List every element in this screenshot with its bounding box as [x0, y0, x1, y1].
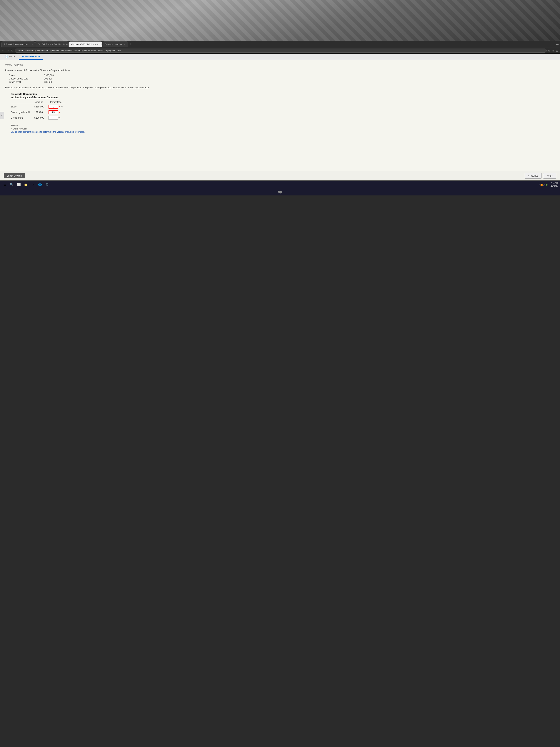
tab-project-label: 2 Project: Company Accou... [4, 43, 30, 45]
tab-cengage-close[interactable]: ✕ [124, 43, 126, 46]
taskbar-clock: 3:10 PM 4/11/2025 [550, 182, 558, 187]
minimize-button[interactable]: — [556, 43, 559, 46]
feedback-section: Feedback ● Check My Work Divide each ele… [11, 124, 555, 133]
check-my-work-button[interactable]: Check My Work [4, 173, 25, 178]
analysis-label-gross: Gross profit [11, 115, 32, 121]
tab-cnow-close[interactable]: ✕ [101, 43, 102, 46]
analysis-row-cogs: Cost of goods sold 101,400 ✕ [11, 109, 65, 115]
cogs-error-icon: ✕ [58, 111, 60, 114]
tab-bar: 2 Project: Company Accou... ✕ DHL 7-1 Pr… [0, 41, 560, 48]
left-nav-arrow[interactable]: < [0, 112, 4, 119]
check-my-work-label: ● Check My Work [11, 128, 555, 130]
next-chevron: › [552, 175, 553, 177]
section-title: Vertical Analysis [5, 63, 555, 66]
feedback-title: Feedback [11, 124, 555, 127]
analysis-pct-sales: ✕ % [46, 104, 65, 110]
browser-frame: 2 Project: Company Accou... ✕ DHL 7-1 Pr… [0, 41, 560, 180]
data-label-cogs: Cost of goods sold [9, 77, 37, 80]
data-value-sales: $338,000 [44, 74, 54, 77]
tab-cnow-label: CengageNOWv2 | Online tea... [71, 43, 99, 45]
analysis-row-sales: Sales $338,000 ✕ % [11, 104, 65, 110]
instruction-text: Prepare a vertical analysis of the incom… [5, 86, 555, 89]
col-percentage: Percentage [46, 100, 65, 104]
previous-chevron: ‹ [528, 175, 529, 177]
taskbar-date-display: 4/11/2025 [550, 185, 558, 187]
wallpaper-background [0, 0, 560, 41]
analysis-section: Einsworth Corporation Vertical Analysis … [11, 93, 555, 121]
previous-button[interactable]: ‹ Previous [525, 173, 542, 179]
col-item [11, 100, 32, 104]
cogs-pct-input[interactable] [49, 110, 58, 114]
tab-project-close[interactable]: ✕ [31, 43, 33, 46]
forward-button[interactable]: → [6, 49, 9, 52]
data-label-gross: Gross profit [9, 81, 37, 83]
feedback-hint: Divide each element by sales to determin… [11, 131, 555, 133]
ebook-tab[interactable]: 📄 eBook [2, 54, 19, 60]
analysis-amount-gross: $236,600 [32, 115, 46, 121]
windows-start-button[interactable]: ⊞ [2, 182, 7, 187]
analysis-pct-gross: % [46, 115, 65, 121]
data-row-gross: Gross profit 236,600 [9, 81, 555, 83]
tab-problem-label: DHL 7-1 Problem Set: Module Se... [37, 43, 69, 45]
reader-mode-icon[interactable]: A [548, 49, 550, 52]
tab-cengage-label: Cengage Learning [105, 43, 122, 45]
mail-icon[interactable]: ✉ [30, 182, 35, 187]
sales-pct-label: % [61, 105, 63, 108]
bottom-bar: Check My Work ‹ Previous Next › [0, 171, 560, 180]
analysis-pct-cogs: ✕ [46, 109, 65, 115]
task-view-button[interactable]: ⬜ [16, 182, 22, 187]
main-content: < Vertical Analysis Income statement inf… [0, 60, 560, 171]
data-row-cogs: Cost of goods sold 101,400 [9, 77, 555, 80]
sales-pct-input[interactable] [49, 105, 58, 108]
tab-bar-actions: — [556, 43, 559, 46]
show-me-how-tab[interactable]: ▶ Show Me How [19, 54, 43, 60]
data-row-sales: Sales $338,000 [9, 74, 555, 77]
analysis-table: Amount Percentage Sales $338,000 ✕ % [11, 100, 65, 121]
taskbar: ⊞ 🔍 ⬜ 📁 ✉ 🌐 🎵 ∧ 📶 🔊 🔋 3:10 PM 4/11/2025 [0, 180, 560, 188]
problem-description: Income statement information for Einswor… [5, 69, 555, 72]
extensions-icon[interactable]: ⊞ [556, 49, 558, 52]
gross-pct-input[interactable] [49, 116, 58, 120]
music-icon[interactable]: 🎵 [45, 182, 50, 187]
show-me-how-icon: ▶ [22, 55, 24, 58]
search-button[interactable]: 🔍 [9, 182, 15, 187]
refresh-button[interactable]: ↻ [11, 49, 13, 52]
back-button[interactable]: ← [2, 49, 5, 52]
data-value-cogs: 101,400 [44, 77, 52, 80]
data-value-gross: 236,600 [44, 81, 52, 83]
analysis-label-cogs: Cost of goods sold [11, 109, 32, 115]
tab-cengage[interactable]: Cengage Learning ✕ [103, 42, 128, 47]
favorites-icon[interactable]: ☆ [552, 49, 554, 52]
browser-icon[interactable]: 🌐 [37, 182, 43, 187]
analysis-company: Einsworth Corporation [11, 93, 555, 96]
data-label-sales: Sales [9, 74, 37, 77]
content-tabs: 📄 eBook ▶ Show Me How [0, 54, 560, 60]
hp-logo: hp [0, 188, 560, 196]
system-icons: ∧ 📶 🔊 🔋 [538, 184, 548, 186]
analysis-amount-cogs: 101,400 [32, 109, 46, 115]
analysis-row-gross: Gross profit $236,600 % [11, 115, 65, 121]
tab-problem[interactable]: DHL 7-1 Problem Set: Module Se... ✕ [35, 42, 69, 47]
tab-cnow[interactable]: CengageNOWv2 | Online tea... ✕ [69, 42, 102, 47]
taskbar-time-display: 3:10 PM [550, 182, 558, 185]
new-tab-button[interactable]: + [128, 42, 133, 46]
data-table: Sales $338,000 Cost of goods sold 101,40… [9, 74, 555, 83]
file-explorer-icon[interactable]: 📁 [23, 182, 28, 187]
col-amount: Amount [32, 100, 46, 104]
address-input[interactable] [15, 49, 547, 53]
nav-buttons: ‹ Previous Next › [525, 173, 556, 179]
analysis-title: Vertical Analysis of the Income Statemen… [11, 96, 555, 99]
gross-pct-label: % [58, 117, 60, 119]
sales-error-icon: ✕ [58, 105, 60, 108]
tab-project[interactable]: 2 Project: Company Accou... ✕ [1, 42, 35, 47]
show-me-how-tab-label: Show Me How [25, 55, 40, 58]
analysis-amount-sales: $338,000 [32, 104, 46, 110]
address-icons: A ☆ ⊞ [548, 49, 558, 52]
next-button[interactable]: Next › [543, 173, 556, 179]
address-bar: ← → ↻ A ☆ ⊞ [0, 48, 560, 54]
taskbar-right: ∧ 📶 🔊 🔋 3:10 PM 4/11/2025 [538, 182, 558, 187]
ebook-icon: 📄 [5, 55, 8, 58]
ebook-tab-label: eBook [9, 55, 16, 58]
analysis-label-sales: Sales [11, 104, 32, 110]
